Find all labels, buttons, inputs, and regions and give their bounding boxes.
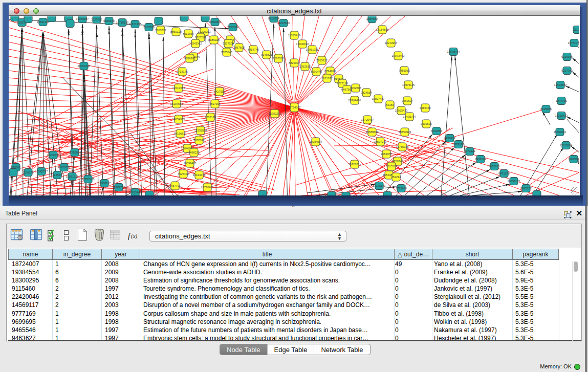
svg-text:9474444: 9474444 xyxy=(464,150,475,153)
svg-text:7955812: 7955812 xyxy=(316,59,328,62)
svg-text:9457791: 9457791 xyxy=(169,184,181,187)
svg-text:16107553: 16107553 xyxy=(170,102,183,105)
svg-text:62160: 62160 xyxy=(386,103,394,106)
svg-text:1733426: 1733426 xyxy=(396,187,407,190)
svg-text:16671355: 16671355 xyxy=(129,23,142,26)
svg-text:20053346: 20053346 xyxy=(78,64,91,68)
svg-text:7632621: 7632621 xyxy=(489,165,500,168)
svg-text:17359924: 17359924 xyxy=(69,151,81,154)
svg-text:10961758: 10961758 xyxy=(306,48,319,51)
svg-text:16210643: 16210643 xyxy=(555,114,568,117)
svg-text:10653287: 10653287 xyxy=(76,17,89,20)
svg-text:1362615: 1362615 xyxy=(299,65,311,68)
svg-text:16648784: 16648784 xyxy=(447,50,460,53)
svg-text:7462666: 7462666 xyxy=(350,86,361,90)
svg-text:10807487: 10807487 xyxy=(372,97,385,100)
svg-text:18724007: 18724007 xyxy=(288,106,301,109)
svg-text:10958117: 10958117 xyxy=(98,182,111,185)
svg-text:15640910: 15640910 xyxy=(296,42,309,46)
svg-text:10782759: 10782759 xyxy=(113,186,125,189)
svg-text:8860128: 8860128 xyxy=(170,30,182,33)
svg-text:17957225: 17957225 xyxy=(82,178,95,181)
svg-text:14136141: 14136141 xyxy=(373,184,386,187)
svg-text:7663822: 7663822 xyxy=(155,29,166,32)
svg-text:8427552: 8427552 xyxy=(214,90,225,93)
svg-text:8912954: 8912954 xyxy=(183,32,194,35)
svg-text:1527602: 1527602 xyxy=(91,18,102,21)
svg-text:114513: 114513 xyxy=(53,173,62,177)
svg-text:8990448: 8990448 xyxy=(311,70,322,73)
svg-text:7515526: 7515526 xyxy=(143,26,155,29)
svg-text:15751074: 15751074 xyxy=(568,41,579,45)
svg-text:9327508: 9327508 xyxy=(223,42,234,45)
svg-text:4817006: 4817006 xyxy=(209,102,221,105)
svg-text:17016504: 17016504 xyxy=(560,144,573,147)
svg-text:9327503: 9327503 xyxy=(195,36,206,39)
svg-text:16154838: 16154838 xyxy=(376,28,389,31)
svg-text:19654923: 19654923 xyxy=(399,130,411,134)
svg-text:10719135: 10719135 xyxy=(116,21,129,24)
svg-text:9777169: 9777169 xyxy=(337,82,348,85)
svg-text:3875645: 3875645 xyxy=(221,51,232,54)
svg-text:10688609: 10688609 xyxy=(366,130,379,134)
svg-text:7485063: 7485063 xyxy=(399,69,410,72)
svg-text:9084067: 9084067 xyxy=(381,152,392,156)
svg-text:1015112: 1015112 xyxy=(386,165,397,168)
svg-text:12975115: 12975115 xyxy=(402,83,415,86)
svg-text:93975837: 93975837 xyxy=(58,166,71,169)
svg-text:8454749: 8454749 xyxy=(248,48,259,51)
svg-text:9115460: 9115460 xyxy=(420,106,430,110)
svg-text:8471636: 8471636 xyxy=(498,172,510,175)
svg-text:5878342: 5878342 xyxy=(193,139,205,142)
svg-text:2933114: 2933114 xyxy=(475,158,486,161)
svg-text:2087682: 2087682 xyxy=(366,17,378,20)
svg-text:19166827: 19166827 xyxy=(174,132,187,135)
svg-text:16914479: 16914479 xyxy=(193,173,206,177)
svg-text:10099485: 10099485 xyxy=(184,162,197,165)
svg-text:7632621x: 7632621x xyxy=(349,163,361,166)
svg-text:2867608: 2867608 xyxy=(233,46,245,49)
svg-text:7357224: 7357224 xyxy=(227,26,238,29)
svg-text:19654955: 19654955 xyxy=(172,118,185,121)
svg-text:13226053: 13226053 xyxy=(198,30,211,33)
svg-text:10973493: 10973493 xyxy=(392,54,405,57)
svg-text:6379197: 6379197 xyxy=(453,143,464,146)
svg-text:13756928: 13756928 xyxy=(396,145,409,148)
svg-text:12342737: 12342737 xyxy=(35,170,48,173)
svg-text:20691406: 20691406 xyxy=(37,20,50,24)
svg-text:9699695: 9699695 xyxy=(421,122,432,125)
svg-text:18807249: 18807249 xyxy=(374,140,387,143)
svg-text:20364436: 20364436 xyxy=(349,99,361,102)
svg-text:6794028: 6794028 xyxy=(324,70,336,73)
svg-text:9329966: 9329966 xyxy=(561,55,573,58)
svg-text:15051315: 15051315 xyxy=(66,175,79,178)
svg-text:8215955: 8215955 xyxy=(540,107,552,111)
svg-text:252214: 252214 xyxy=(391,176,401,179)
svg-text:1156829: 1156829 xyxy=(23,171,33,174)
svg-text:13716485: 13716485 xyxy=(201,186,214,189)
svg-text:19384554: 19384554 xyxy=(310,140,322,143)
svg-text:11325419: 11325419 xyxy=(288,34,300,37)
svg-text:1621072: 1621072 xyxy=(321,77,333,80)
svg-text:10053809: 10053809 xyxy=(209,20,222,24)
svg-text:10025433: 10025433 xyxy=(395,109,408,112)
svg-text:9896301: 9896301 xyxy=(184,57,195,60)
svg-text:9245052: 9245052 xyxy=(520,187,532,190)
svg-text:2718176: 2718176 xyxy=(177,70,188,73)
svg-text:12093822: 12093822 xyxy=(554,83,567,86)
svg-text:6966160: 6966160 xyxy=(103,19,115,23)
svg-text:9146821: 9146821 xyxy=(261,53,272,56)
svg-text:20206531: 20206531 xyxy=(47,154,60,157)
svg-text:9498222: 9498222 xyxy=(188,151,200,154)
svg-text:8186328: 8186328 xyxy=(208,38,220,41)
svg-text:(x): (x) xyxy=(131,233,138,239)
svg-text:9463627: 9463627 xyxy=(402,99,413,102)
svg-text:12213363: 12213363 xyxy=(172,86,185,90)
svg-text:1167534: 1167534 xyxy=(568,158,579,161)
svg-text:19218506: 19218506 xyxy=(277,21,290,25)
svg-text:12923446: 12923446 xyxy=(129,191,142,194)
svg-text:15692991: 15692991 xyxy=(554,130,567,134)
svg-text:6938923: 6938923 xyxy=(444,137,455,140)
svg-text:7625402: 7625402 xyxy=(178,172,189,176)
svg-text:1244419: 1244419 xyxy=(556,99,567,102)
